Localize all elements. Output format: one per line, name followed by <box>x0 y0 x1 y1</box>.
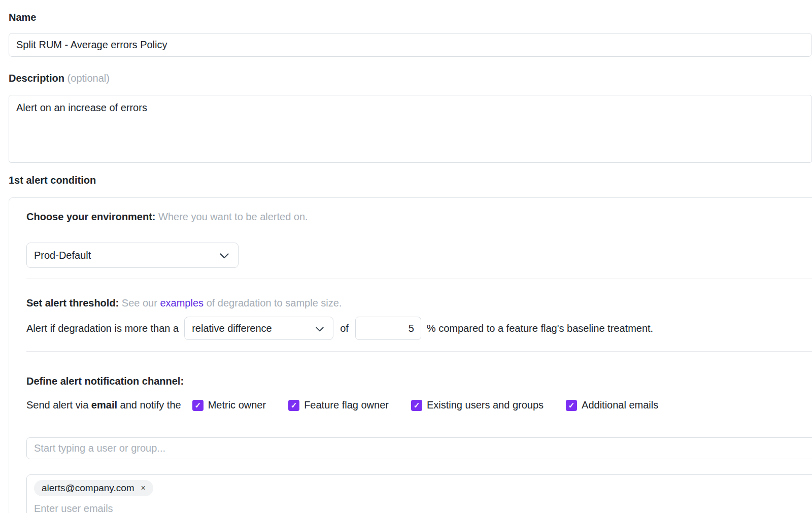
description-label: Description (optional) <box>9 72 812 84</box>
notification-channel-label: Define alert notification channel: <box>26 375 184 387</box>
comparison-select[interactable]: relative difference <box>184 317 333 340</box>
notify-sentence-suffix: and notify the <box>120 399 181 411</box>
environment-label: Choose your environment: <box>26 211 155 222</box>
threshold-hint-prefix: See our <box>122 297 157 309</box>
section-divider <box>26 351 812 352</box>
name-label: Name <box>9 11 812 23</box>
checkbox-label: Additional emails <box>582 399 658 411</box>
checkbox-checked-icon[interactable]: ✓ <box>566 400 577 411</box>
checkbox-checked-icon[interactable]: ✓ <box>411 400 422 411</box>
checkbox-checked-icon[interactable]: ✓ <box>192 400 204 411</box>
checkbox-label: Existing users and groups <box>427 399 544 411</box>
comparison-select-value: relative difference <box>192 323 272 334</box>
threshold-hint-suffix: of degradation to sample size. <box>207 297 342 309</box>
alert-policy-form: Name Description (optional) Alert on an … <box>0 0 812 513</box>
notification-channel-line: Define alert notification channel: <box>26 375 812 387</box>
threshold-sentence-row: Alert if degradation is more than a rela… <box>26 317 812 340</box>
notify-sentence-prefix: Send alert via <box>26 399 88 411</box>
threshold-percent-input[interactable] <box>355 317 421 340</box>
checkbox-additional-emails[interactable]: ✓ Additional emails <box>566 399 658 411</box>
user-group-search-input[interactable] <box>26 437 812 459</box>
description-optional-hint: (optional) <box>67 73 110 84</box>
section-divider <box>26 279 812 279</box>
environment-select[interactable]: Prod-Default <box>26 243 239 268</box>
check-icon: ✓ <box>414 401 420 409</box>
email-tag-text: alerts@company.com <box>42 483 134 494</box>
chevron-down-icon <box>316 323 324 334</box>
checkbox-metric-owner[interactable]: ✓ Metric owner <box>192 399 266 411</box>
environment-line: Choose your environment: Where you want … <box>26 211 812 223</box>
threshold-sentence-prefix: Alert if degradation is more than a <box>26 323 179 334</box>
checkbox-label: Metric owner <box>208 399 266 411</box>
close-icon[interactable]: × <box>141 484 146 492</box>
environment-select-value: Prod-Default <box>34 250 91 261</box>
examples-link[interactable]: examples <box>160 297 204 309</box>
alert-condition-panel: Choose your environment: Where you want … <box>9 197 812 513</box>
email-input-placeholder: Enter user emails <box>34 502 812 513</box>
environment-hint: Where you want to be alerted on. <box>158 211 308 222</box>
notify-sentence-bold: email <box>91 399 117 411</box>
checkbox-label: Feature flag owner <box>304 399 389 411</box>
notify-checkbox-row: Send alert via email and notify the ✓ Me… <box>26 399 812 411</box>
check-icon: ✓ <box>291 401 297 409</box>
additional-emails-input[interactable]: alerts@company.com × Enter user emails <box>26 474 812 513</box>
check-icon: ✓ <box>194 401 201 409</box>
name-input[interactable] <box>9 33 812 57</box>
checkbox-checked-icon[interactable]: ✓ <box>288 400 299 411</box>
notify-sentence: Send alert via email and notify the <box>26 399 181 411</box>
description-label-text: Description <box>9 73 64 84</box>
email-tag: alerts@company.com × <box>34 480 153 496</box>
check-icon: ✓ <box>568 401 575 409</box>
chevron-down-icon <box>220 250 229 261</box>
threshold-sentence-suffix: % compared to a feature flag's baseline … <box>427 323 653 334</box>
checkbox-existing-users-groups[interactable]: ✓ Existing users and groups <box>411 399 544 411</box>
threshold-line: Set alert threshold: See our examples of… <box>26 297 812 309</box>
description-textarea[interactable]: Alert on an increase of errors <box>9 95 812 163</box>
threshold-label: Set alert threshold: <box>26 297 119 309</box>
threshold-of-word: of <box>340 323 349 334</box>
checkbox-feature-flag-owner[interactable]: ✓ Feature flag owner <box>288 399 389 411</box>
alert-condition-title: 1st alert condition <box>9 175 812 186</box>
